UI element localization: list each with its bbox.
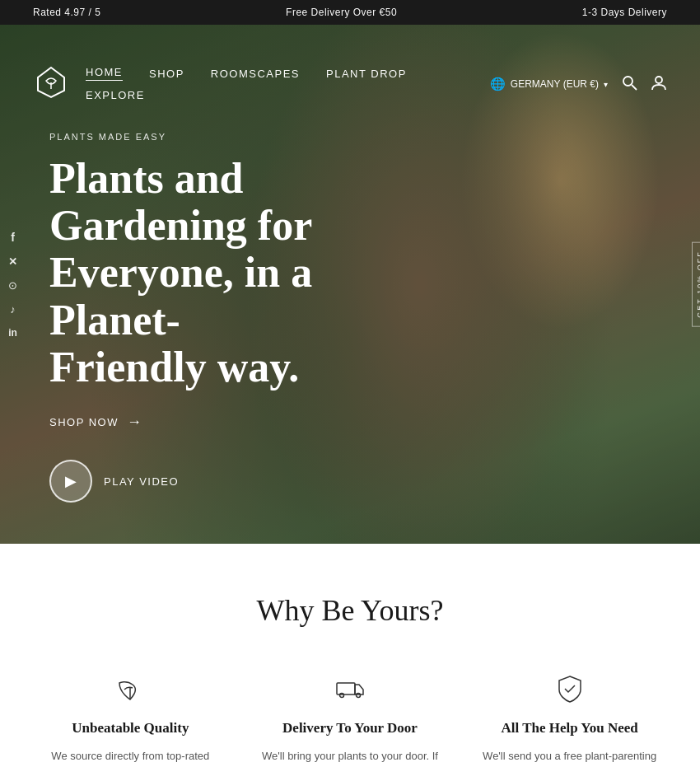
feature-quality: Unbeatable Quality We source directly fr… — [33, 669, 228, 767]
features-grid: Unbeatable Quality We source directly fr… — [33, 669, 667, 767]
nav-row-explore: EXPLORE — [86, 87, 490, 102]
nav-right: 🌐 GERMANY (EUR €) ▾ — [490, 74, 667, 94]
feature-help: All The Help You Need We'll send you a f… — [472, 669, 667, 767]
shop-now-label: SHOP NOW — [49, 416, 119, 428]
svg-point-2 — [623, 77, 632, 86]
feature-quality-desc: We source directly from top-rated grower… — [40, 748, 221, 767]
feature-delivery: Delivery To Your Door We'll bring your p… — [253, 669, 448, 767]
arrow-right-icon: → — [127, 414, 143, 431]
play-video-label: PLAY VIDEO — [104, 475, 179, 488]
shield-icon — [550, 669, 590, 709]
region-label: GERMANY (EUR €) — [511, 78, 599, 90]
nav-roomscapes[interactable]: ROOMSCAPES — [211, 68, 300, 80]
social-tiktok[interactable]: ♪ — [10, 303, 16, 316]
feature-help-desc: We'll send you a free plant-parenting co… — [479, 748, 660, 767]
social-instagram[interactable]: ⊙ — [8, 279, 17, 292]
why-section: Why Be Yours? Unbeatable Quality We sour… — [0, 544, 700, 767]
feature-quality-title: Unbeatable Quality — [72, 720, 189, 737]
nav-container: HOME SHOP ROOMSCAPES PLANT DROP EXPLORE — [69, 66, 490, 102]
nav-explore[interactable]: EXPLORE — [86, 89, 145, 101]
nav-home[interactable]: HOME — [86, 66, 123, 81]
svg-point-7 — [339, 694, 343, 698]
globe-icon: 🌐 — [490, 77, 506, 91]
truck-icon — [330, 669, 370, 709]
why-title: Why Be Yours? — [33, 593, 667, 628]
announcement-center: Free Delivery Over €50 — [286, 7, 397, 18]
svg-point-4 — [656, 77, 662, 83]
play-icon: ▶ — [49, 460, 92, 503]
feature-delivery-desc: We'll bring your plants to your door. If… — [259, 748, 441, 767]
announcement-left: Rated 4.97 / 5 — [33, 7, 100, 18]
announcement-right: 1-3 Days Delivery — [582, 7, 667, 18]
svg-point-8 — [356, 694, 360, 698]
region-selector[interactable]: 🌐 GERMANY (EUR €) ▾ — [490, 77, 608, 91]
shop-now-button[interactable]: SHOP NOW → — [49, 414, 313, 431]
social-facebook[interactable]: f — [11, 231, 15, 244]
nav-plant-drop[interactable]: PLANT DROP — [326, 68, 407, 80]
account-icon[interactable] — [651, 74, 667, 94]
offer-sidebar[interactable]: GET 10% OFF — [692, 241, 700, 326]
logo-icon — [33, 64, 69, 101]
play-video-button[interactable]: ▶ PLAY VIDEO — [49, 460, 179, 503]
social-sidebar: f ✕ ⊙ ♪ in — [0, 219, 26, 350]
leaf-icon — [110, 669, 150, 709]
hero-section: HOME SHOP ROOMSCAPES PLANT DROP EXPLORE … — [0, 25, 700, 544]
hero-content: PLANTS MADE EASY Plants and Gardening fo… — [49, 132, 313, 497]
social-twitter[interactable]: ✕ — [8, 255, 17, 268]
feature-delivery-title: Delivery To Your Door — [282, 720, 418, 737]
hero-title: Plants and Gardening for Everyone, in a … — [49, 155, 313, 391]
announcement-bar: Rated 4.97 / 5 Free Delivery Over €50 1-… — [0, 0, 700, 25]
feature-help-title: All The Help You Need — [502, 720, 638, 737]
hero-subtitle: PLANTS MADE EASY — [49, 132, 313, 142]
search-icon[interactable] — [621, 74, 637, 94]
social-linkedin[interactable]: in — [8, 327, 17, 339]
svg-rect-6 — [337, 683, 355, 695]
svg-line-3 — [632, 85, 637, 90]
chevron-down-icon: ▾ — [604, 80, 608, 89]
header: HOME SHOP ROOMSCAPES PLANT DROP EXPLORE … — [0, 54, 700, 114]
nav-shop[interactable]: SHOP — [149, 68, 184, 80]
logo[interactable] — [33, 64, 69, 104]
nav-row-main: HOME SHOP ROOMSCAPES PLANT DROP — [86, 66, 490, 81]
